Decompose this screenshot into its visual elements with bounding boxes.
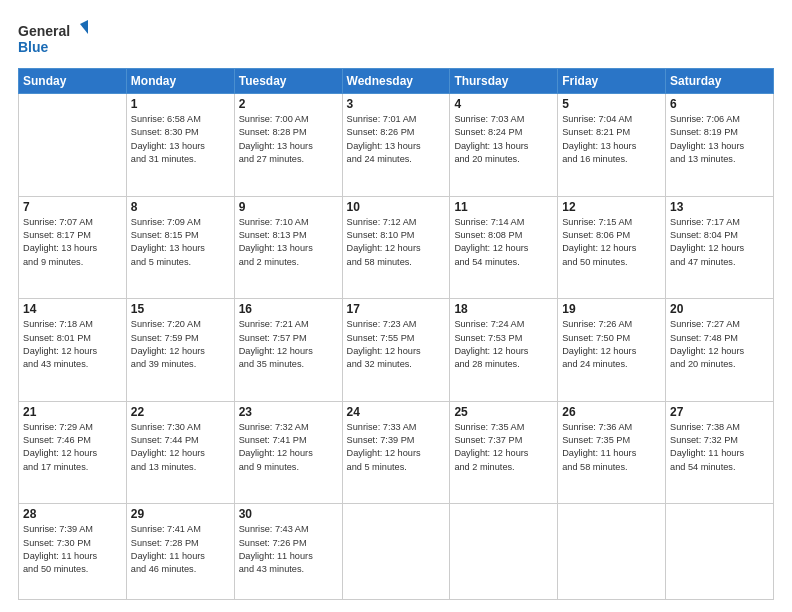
day-info: Sunrise: 7:04 AMSunset: 8:21 PMDaylight:… xyxy=(562,113,661,166)
calendar-cell: 28Sunrise: 7:39 AMSunset: 7:30 PMDayligh… xyxy=(19,504,127,600)
calendar-cell: 10Sunrise: 7:12 AMSunset: 8:10 PMDayligh… xyxy=(342,196,450,299)
calendar-table: SundayMondayTuesdayWednesdayThursdayFrid… xyxy=(18,68,774,600)
calendar-week-4: 21Sunrise: 7:29 AMSunset: 7:46 PMDayligh… xyxy=(19,401,774,504)
calendar-cell: 2Sunrise: 7:00 AMSunset: 8:28 PMDaylight… xyxy=(234,94,342,197)
day-info: Sunrise: 6:58 AMSunset: 8:30 PMDaylight:… xyxy=(131,113,230,166)
day-number: 5 xyxy=(562,97,661,111)
calendar-cell: 15Sunrise: 7:20 AMSunset: 7:59 PMDayligh… xyxy=(126,299,234,402)
day-info: Sunrise: 7:17 AMSunset: 8:04 PMDaylight:… xyxy=(670,216,769,269)
calendar-cell: 11Sunrise: 7:14 AMSunset: 8:08 PMDayligh… xyxy=(450,196,558,299)
calendar-cell: 9Sunrise: 7:10 AMSunset: 8:13 PMDaylight… xyxy=(234,196,342,299)
svg-text:General: General xyxy=(18,23,70,39)
day-info: Sunrise: 7:14 AMSunset: 8:08 PMDaylight:… xyxy=(454,216,553,269)
calendar-cell: 3Sunrise: 7:01 AMSunset: 8:26 PMDaylight… xyxy=(342,94,450,197)
logo-svg: General Blue xyxy=(18,18,88,58)
calendar-week-5: 28Sunrise: 7:39 AMSunset: 7:30 PMDayligh… xyxy=(19,504,774,600)
logo: General Blue xyxy=(18,18,88,58)
day-number: 11 xyxy=(454,200,553,214)
day-info: Sunrise: 7:20 AMSunset: 7:59 PMDaylight:… xyxy=(131,318,230,371)
calendar-cell xyxy=(450,504,558,600)
day-number: 22 xyxy=(131,405,230,419)
day-number: 8 xyxy=(131,200,230,214)
day-info: Sunrise: 7:30 AMSunset: 7:44 PMDaylight:… xyxy=(131,421,230,474)
svg-marker-2 xyxy=(80,20,88,34)
calendar-cell: 25Sunrise: 7:35 AMSunset: 7:37 PMDayligh… xyxy=(450,401,558,504)
day-number: 24 xyxy=(347,405,446,419)
day-info: Sunrise: 7:38 AMSunset: 7:32 PMDaylight:… xyxy=(670,421,769,474)
day-info: Sunrise: 7:10 AMSunset: 8:13 PMDaylight:… xyxy=(239,216,338,269)
day-info: Sunrise: 7:27 AMSunset: 7:48 PMDaylight:… xyxy=(670,318,769,371)
day-number: 30 xyxy=(239,507,338,521)
day-info: Sunrise: 7:32 AMSunset: 7:41 PMDaylight:… xyxy=(239,421,338,474)
day-info: Sunrise: 7:18 AMSunset: 8:01 PMDaylight:… xyxy=(23,318,122,371)
calendar-cell: 7Sunrise: 7:07 AMSunset: 8:17 PMDaylight… xyxy=(19,196,127,299)
weekday-header-tuesday: Tuesday xyxy=(234,69,342,94)
day-number: 25 xyxy=(454,405,553,419)
page-header: General Blue xyxy=(18,18,774,58)
day-info: Sunrise: 7:39 AMSunset: 7:30 PMDaylight:… xyxy=(23,523,122,576)
day-info: Sunrise: 7:12 AMSunset: 8:10 PMDaylight:… xyxy=(347,216,446,269)
day-number: 28 xyxy=(23,507,122,521)
calendar-header-row: SundayMondayTuesdayWednesdayThursdayFrid… xyxy=(19,69,774,94)
day-number: 15 xyxy=(131,302,230,316)
calendar-cell: 27Sunrise: 7:38 AMSunset: 7:32 PMDayligh… xyxy=(666,401,774,504)
day-number: 4 xyxy=(454,97,553,111)
day-number: 7 xyxy=(23,200,122,214)
calendar-cell: 22Sunrise: 7:30 AMSunset: 7:44 PMDayligh… xyxy=(126,401,234,504)
calendar-cell: 30Sunrise: 7:43 AMSunset: 7:26 PMDayligh… xyxy=(234,504,342,600)
day-number: 3 xyxy=(347,97,446,111)
day-info: Sunrise: 7:26 AMSunset: 7:50 PMDaylight:… xyxy=(562,318,661,371)
day-number: 26 xyxy=(562,405,661,419)
weekday-header-sunday: Sunday xyxy=(19,69,127,94)
day-number: 13 xyxy=(670,200,769,214)
day-number: 10 xyxy=(347,200,446,214)
day-info: Sunrise: 7:41 AMSunset: 7:28 PMDaylight:… xyxy=(131,523,230,576)
svg-text:Blue: Blue xyxy=(18,39,49,55)
day-number: 12 xyxy=(562,200,661,214)
calendar-cell: 29Sunrise: 7:41 AMSunset: 7:28 PMDayligh… xyxy=(126,504,234,600)
weekday-header-thursday: Thursday xyxy=(450,69,558,94)
calendar-cell: 4Sunrise: 7:03 AMSunset: 8:24 PMDaylight… xyxy=(450,94,558,197)
calendar-cell: 1Sunrise: 6:58 AMSunset: 8:30 PMDaylight… xyxy=(126,94,234,197)
calendar-cell: 5Sunrise: 7:04 AMSunset: 8:21 PMDaylight… xyxy=(558,94,666,197)
day-number: 19 xyxy=(562,302,661,316)
calendar-cell: 16Sunrise: 7:21 AMSunset: 7:57 PMDayligh… xyxy=(234,299,342,402)
day-number: 6 xyxy=(670,97,769,111)
day-info: Sunrise: 7:03 AMSunset: 8:24 PMDaylight:… xyxy=(454,113,553,166)
weekday-header-saturday: Saturday xyxy=(666,69,774,94)
day-number: 2 xyxy=(239,97,338,111)
day-info: Sunrise: 7:06 AMSunset: 8:19 PMDaylight:… xyxy=(670,113,769,166)
weekday-header-friday: Friday xyxy=(558,69,666,94)
calendar-cell: 17Sunrise: 7:23 AMSunset: 7:55 PMDayligh… xyxy=(342,299,450,402)
weekday-header-monday: Monday xyxy=(126,69,234,94)
day-info: Sunrise: 7:35 AMSunset: 7:37 PMDaylight:… xyxy=(454,421,553,474)
calendar-cell: 21Sunrise: 7:29 AMSunset: 7:46 PMDayligh… xyxy=(19,401,127,504)
day-info: Sunrise: 7:29 AMSunset: 7:46 PMDaylight:… xyxy=(23,421,122,474)
day-info: Sunrise: 7:33 AMSunset: 7:39 PMDaylight:… xyxy=(347,421,446,474)
calendar-cell xyxy=(19,94,127,197)
day-info: Sunrise: 7:09 AMSunset: 8:15 PMDaylight:… xyxy=(131,216,230,269)
calendar-cell: 20Sunrise: 7:27 AMSunset: 7:48 PMDayligh… xyxy=(666,299,774,402)
day-info: Sunrise: 7:43 AMSunset: 7:26 PMDaylight:… xyxy=(239,523,338,576)
day-number: 18 xyxy=(454,302,553,316)
calendar-cell: 8Sunrise: 7:09 AMSunset: 8:15 PMDaylight… xyxy=(126,196,234,299)
day-number: 17 xyxy=(347,302,446,316)
day-number: 9 xyxy=(239,200,338,214)
calendar-cell: 23Sunrise: 7:32 AMSunset: 7:41 PMDayligh… xyxy=(234,401,342,504)
day-number: 1 xyxy=(131,97,230,111)
calendar-cell: 14Sunrise: 7:18 AMSunset: 8:01 PMDayligh… xyxy=(19,299,127,402)
day-number: 29 xyxy=(131,507,230,521)
calendar-cell: 26Sunrise: 7:36 AMSunset: 7:35 PMDayligh… xyxy=(558,401,666,504)
day-info: Sunrise: 7:23 AMSunset: 7:55 PMDaylight:… xyxy=(347,318,446,371)
day-number: 16 xyxy=(239,302,338,316)
day-info: Sunrise: 7:01 AMSunset: 8:26 PMDaylight:… xyxy=(347,113,446,166)
calendar-cell: 18Sunrise: 7:24 AMSunset: 7:53 PMDayligh… xyxy=(450,299,558,402)
calendar-cell xyxy=(342,504,450,600)
calendar-cell: 6Sunrise: 7:06 AMSunset: 8:19 PMDaylight… xyxy=(666,94,774,197)
calendar-week-3: 14Sunrise: 7:18 AMSunset: 8:01 PMDayligh… xyxy=(19,299,774,402)
day-info: Sunrise: 7:00 AMSunset: 8:28 PMDaylight:… xyxy=(239,113,338,166)
calendar-cell xyxy=(666,504,774,600)
calendar-cell: 12Sunrise: 7:15 AMSunset: 8:06 PMDayligh… xyxy=(558,196,666,299)
weekday-header-wednesday: Wednesday xyxy=(342,69,450,94)
calendar-cell: 13Sunrise: 7:17 AMSunset: 8:04 PMDayligh… xyxy=(666,196,774,299)
